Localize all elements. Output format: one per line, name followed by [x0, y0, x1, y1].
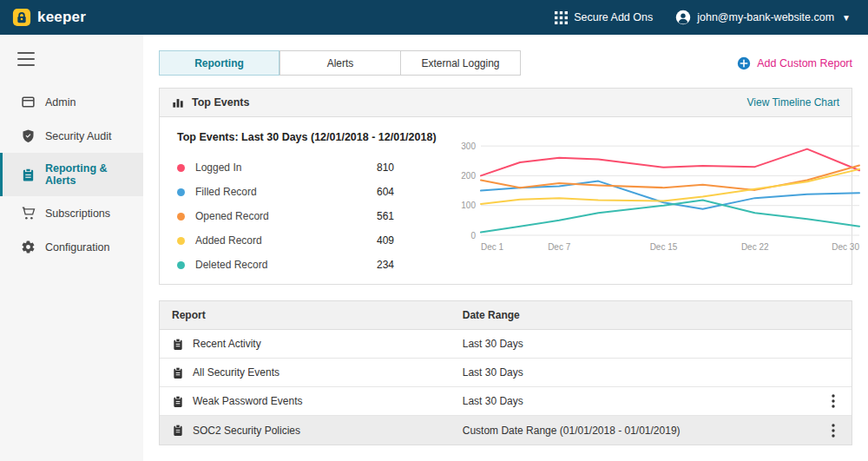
secure-add-ons-label: Secure Add Ons — [574, 11, 653, 23]
sidebar-item-label: Subscriptions — [45, 207, 110, 220]
shield-icon — [21, 128, 36, 143]
legend-item: Filled Record 604 — [177, 180, 394, 204]
legend-item: Opened Record 561 — [177, 204, 394, 228]
secure-add-ons-button[interactable]: Secure Add Ons — [555, 11, 653, 24]
top-events-title: Top Events: Last 30 Days (12/01/2018 - 1… — [177, 131, 437, 143]
sidebar-item-label: Reporting & Alerts — [45, 162, 131, 187]
report-doc-icon — [172, 424, 184, 437]
svg-text:200: 200 — [461, 171, 476, 181]
table-row-soc2-security-policies[interactable]: SOC2 Security Policies Custom Date Range… — [160, 416, 852, 445]
legend-dot — [177, 164, 185, 172]
legend-dot — [177, 237, 185, 245]
report-doc-icon — [172, 366, 184, 379]
legend-value: 810 — [377, 161, 394, 174]
report-doc-icon — [172, 395, 184, 408]
report-doc-icon — [172, 338, 184, 351]
legend-dot — [177, 213, 185, 221]
legend-item: Deleted Record 234 — [177, 253, 394, 277]
svg-text:100: 100 — [461, 201, 476, 210]
table-row-recent-activity[interactable]: Recent Activity Last 30 Days — [160, 330, 852, 359]
svg-text:300: 300 — [461, 142, 476, 151]
legend-value: 561 — [377, 210, 394, 222]
hamburger-menu-icon[interactable] — [17, 52, 35, 66]
legend-item: Added Record 409 — [177, 228, 394, 253]
brand-name: keeper — [37, 9, 86, 26]
reports-table: Report Date Range Recent Activity Last 3… — [159, 300, 852, 445]
legend-item: Logged In 810 — [177, 155, 394, 180]
table-header-row: Report Date Range — [160, 301, 852, 330]
main-content: Reporting Alerts External Logging Add Cu… — [143, 35, 868, 461]
report-name: Weak Password Events — [193, 395, 303, 407]
svg-text:Dec 1: Dec 1 — [481, 242, 504, 252]
sidebar-item-configuration[interactable]: Configuration — [0, 230, 143, 264]
report-name: Recent Activity — [193, 338, 261, 350]
keeper-lock-icon — [12, 8, 31, 27]
sidebar-item-security-audit[interactable]: Security Audit — [0, 119, 143, 153]
svg-text:Dec 30: Dec 30 — [832, 242, 859, 252]
cart-icon — [21, 206, 36, 221]
timeline-line-chart: 0100200300Dec 1Dec 7Dec 15Dec 22Dec 30 — [437, 131, 868, 277]
column-header-date-range: Date Range — [450, 302, 815, 328]
legend-label: Filled Record — [195, 186, 377, 198]
report-date-range: Last 30 Days — [450, 388, 815, 414]
tab-external-logging[interactable]: External Logging — [400, 50, 521, 76]
table-row-weak-password-events[interactable]: Weak Password Events Last 30 Days — [160, 387, 852, 416]
account-email: john@my-bank-website.com — [697, 11, 834, 23]
chart-legend: Logged In 810 Filled Record 604 Opened R… — [177, 155, 394, 277]
legend-label: Opened Record — [195, 210, 377, 222]
report-date-range: Last 30 Days — [450, 331, 815, 357]
sidebar-item-subscriptions[interactable]: Subscriptions — [0, 196, 143, 230]
gear-icon — [21, 240, 36, 254]
view-timeline-chart-link[interactable]: View Timeline Chart — [747, 96, 840, 109]
sidebar: Admin Security Audit Reporting & Alerts … — [0, 35, 143, 461]
svg-text:Dec 15: Dec 15 — [650, 242, 678, 252]
svg-text:Dec 22: Dec 22 — [741, 242, 769, 252]
report-name: SOC2 Security Policies — [193, 425, 300, 437]
row-kebab-menu-icon[interactable] — [826, 392, 840, 410]
plus-circle-icon — [737, 56, 751, 70]
table-row-all-security-events[interactable]: All Security Events Last 30 Days — [160, 359, 852, 387]
chevron-down-icon: ▼ — [842, 13, 851, 23]
legend-dot — [177, 188, 185, 196]
legend-dot — [177, 261, 185, 269]
svg-text:0: 0 — [470, 231, 476, 240]
account-menu[interactable]: john@my-bank-website.com ▼ — [675, 10, 851, 25]
legend-value: 234 — [377, 259, 394, 271]
legend-label: Deleted Record — [195, 259, 377, 271]
sidebar-item-label: Admin — [45, 96, 76, 109]
sidebar-item-reporting-alerts[interactable]: Reporting & Alerts — [0, 153, 143, 196]
topbar: keeper Secure Add Ons john@my-bank-websi… — [0, 0, 868, 35]
add-custom-report-label: Add Custom Report — [757, 57, 852, 69]
row-kebab-menu-icon[interactable] — [826, 422, 840, 439]
add-custom-report-button[interactable]: Add Custom Report — [737, 56, 852, 70]
account-avatar-icon — [675, 10, 691, 25]
legend-value: 409 — [377, 234, 394, 247]
sidebar-item-label: Configuration — [45, 241, 109, 254]
tab-bar: Reporting Alerts External Logging — [159, 50, 521, 76]
legend-label: Logged In — [195, 161, 377, 174]
report-name: All Security Events — [193, 366, 279, 379]
report-date-range: Custom Date Range (01/01/2018 - 01/01/20… — [450, 418, 815, 444]
apps-grid-icon — [555, 11, 568, 24]
sidebar-item-admin[interactable]: Admin — [0, 85, 143, 119]
card-title: Top Events — [192, 96, 249, 109]
keeper-logo[interactable]: keeper — [12, 8, 86, 27]
legend-value: 604 — [377, 186, 394, 198]
sidebar-item-label: Security Audit — [45, 130, 111, 142]
column-header-report: Report — [160, 302, 450, 328]
legend-label: Added Record — [195, 234, 377, 247]
bar-chart-icon — [172, 96, 184, 109]
svg-text:Dec 7: Dec 7 — [548, 242, 571, 252]
top-events-card: Top Events View Timeline Chart Top Event… — [159, 88, 852, 285]
tab-alerts[interactable]: Alerts — [279, 50, 400, 76]
tab-reporting[interactable]: Reporting — [159, 50, 279, 76]
admin-window-icon — [21, 95, 36, 109]
report-date-range: Last 30 Days — [450, 359, 815, 385]
clipboard-icon — [21, 168, 36, 182]
